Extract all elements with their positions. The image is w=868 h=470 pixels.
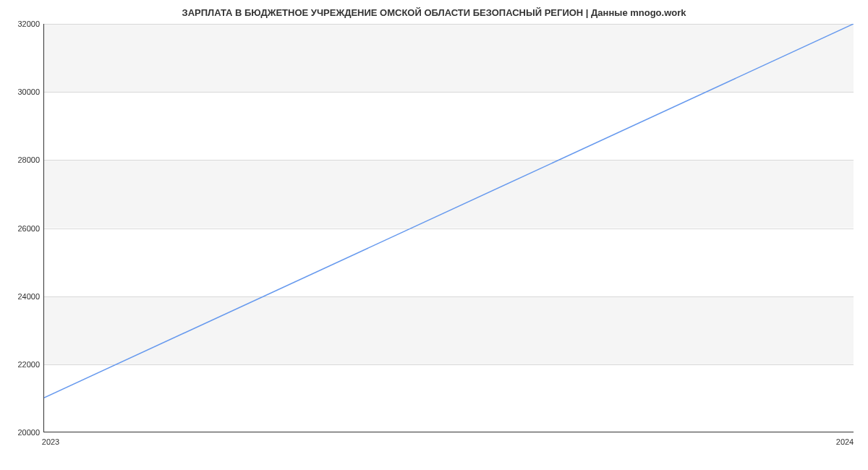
plot-area: [43, 24, 854, 432]
gridline: [44, 92, 854, 93]
y-tick-label: 30000: [4, 87, 40, 96]
y-tick-label: 32000: [4, 20, 40, 28]
y-tick-label: 24000: [4, 292, 40, 301]
x-tick-label: 2024: [836, 437, 854, 446]
gridline: [44, 160, 854, 161]
gridline: [44, 228, 854, 229]
grid-band: [44, 296, 854, 364]
grid-band: [44, 160, 854, 228]
gridline: [44, 24, 854, 25]
y-tick-label: 22000: [4, 360, 40, 369]
chart-title: ЗАРПЛАТА В БЮДЖЕТНОЕ УЧРЕЖДЕНИЕ ОМСКОЙ О…: [0, 7, 868, 18]
y-tick-label: 28000: [4, 155, 40, 164]
gridline: [44, 364, 854, 365]
x-tick-label: 2023: [42, 437, 59, 446]
y-tick-label: 26000: [4, 224, 40, 233]
y-tick-label: 20000: [4, 428, 40, 437]
chart-container: ЗАРПЛАТА В БЮДЖЕТНОЕ УЧРЕЖДЕНИЕ ОМСКОЙ О…: [0, 0, 868, 470]
grid-band: [44, 24, 854, 92]
gridline: [44, 296, 854, 297]
